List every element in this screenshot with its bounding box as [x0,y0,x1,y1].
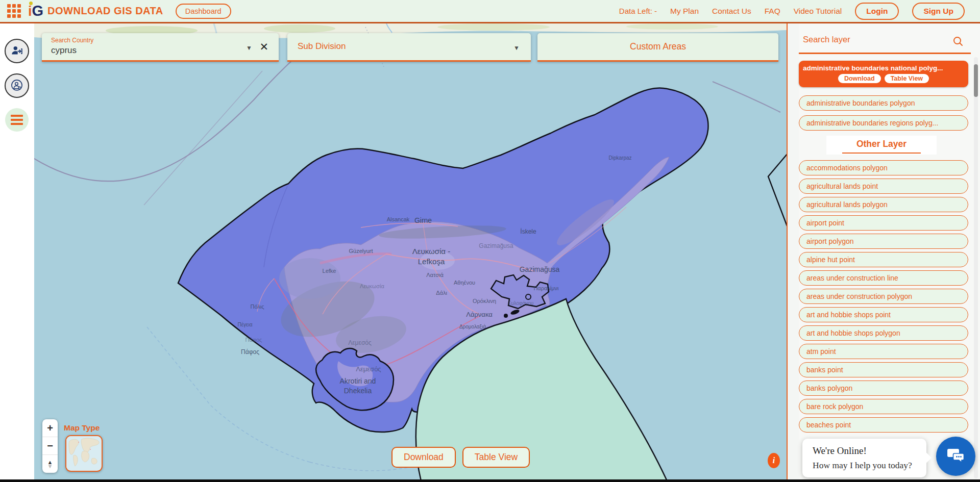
map-place-label: Dipkarpaz [608,155,631,161]
other-layer-title: Other Layer [842,139,921,154]
sub-division-caret-icon[interactable]: ▼ [513,44,520,52]
search-country-input[interactable] [51,45,219,56]
other-layers-list: accommodations polygonagricultural lands… [799,160,972,436]
map-place-label: Güzelyurt [349,248,373,254]
tilt-control-button[interactable]: ▲▼ [42,455,58,473]
layer-table-view-button[interactable]: Table View [885,74,929,83]
logo-i: i [28,4,32,19]
account-settings-button[interactable] [5,73,29,98]
header-nav: Data Left: - My Plan Contact Us FAQ Vide… [619,3,980,20]
user-login-icon [10,44,23,58]
bottom-edge-bar [0,479,980,482]
active-layer-name: administrative boundaries national polyg… [803,64,964,72]
login-user-button[interactable] [5,39,29,63]
table-view-button[interactable]: Table View [462,447,530,468]
map-place-label: Gazimağusa [520,265,560,273]
map-place-label: Πάφος [241,348,259,356]
map-place-label: Dhekelia [344,387,372,395]
layer-pill[interactable]: alpine hut point [799,252,968,267]
nav-faq[interactable]: FAQ [765,7,780,16]
map-place-label: Δρομολαξιά [459,324,486,330]
panel-scrollbar-track[interactable] [974,57,978,478]
map-place-label: Akrotiri and [340,377,376,385]
search-icon[interactable] [952,36,964,47]
menu-button[interactable] [5,108,29,132]
map-place-label: Παραλίμνι [533,285,559,291]
layer-pill[interactable]: agricultural lands polygon [799,197,968,212]
zoom-out-button[interactable]: − [42,437,58,455]
other-layer-header: Other Layer [826,136,937,155]
layer-pill[interactable]: art and hobbie shops polygon [799,325,968,341]
map-action-bar: Download Table View [391,447,530,468]
layer-pill[interactable]: administrative boundaries polygon [799,95,968,111]
layer-pill[interactable]: bare rock polygon [799,399,968,414]
map-canvas[interactable]: AlsancakGirneİskeleDipkarpazGüzelyurtΛευ… [34,23,788,482]
chat-greeting: How may I help you today? [813,460,926,471]
layer-download-button[interactable]: Download [838,74,881,83]
page: i G DOWNLOAD GIS DATA Dashboard Data Lef… [0,0,980,482]
country-dropdown-caret-icon[interactable]: ▼ [246,44,252,52]
login-button[interactable]: Login [855,3,899,20]
chat-launcher-button[interactable] [936,437,975,476]
data-left-status: Data Left: - [619,7,657,15]
nav-video-tutorial[interactable]: Video Tutorial [794,7,842,16]
map-place-label: Πάφος [246,337,262,343]
layer-pill[interactable]: administrative boundaries regions polyg.… [799,115,968,131]
layer-pill[interactable]: areas under construction line [799,270,968,286]
map-place-label: Lefkoşa [418,257,445,266]
zoom-in-button[interactable]: + [42,419,58,437]
layer-pill[interactable]: areas under construction polygon [799,289,968,304]
layer-search-box[interactable] [799,30,971,54]
layer-pill[interactable]: banks polygon [799,380,968,396]
apps-grid-icon[interactable] [7,4,21,18]
panel-scrollbar-thumb[interactable] [974,64,978,97]
sub-division-label: Sub Division [298,41,346,52]
header: i G DOWNLOAD GIS DATA Dashboard Data Lef… [0,0,980,23]
world-map-icon [66,436,101,470]
chat-popup[interactable]: We're Online! How may I help you today? [802,439,926,477]
sub-division-dropdown[interactable]: Sub Division ▼ [287,33,531,62]
map-place-label: İskele [520,228,536,235]
search-country-box[interactable]: Search Country ▼ ✕ [42,33,279,62]
map-place-label: Πόλις [250,303,264,310]
download-button[interactable]: Download [391,447,456,468]
layer-search-input[interactable] [803,35,946,44]
layer-pill[interactable]: airport polygon [799,234,968,249]
logo[interactable]: i G [28,3,43,19]
map-place-label: Λατσιά [426,272,444,278]
layer-pill[interactable]: beaches point [799,417,968,433]
active-layer-card[interactable]: administrative boundaries national polyg… [799,61,968,87]
logo-g: G [32,3,44,19]
country-clear-icon[interactable]: ✕ [259,41,268,53]
layer-pill[interactable]: accommodations polygon [799,160,968,175]
map-type-label: Map Type [64,423,100,433]
info-icon[interactable]: i [768,453,780,468]
layer-pill[interactable]: agricultural lands point [799,179,968,194]
custom-areas-tab[interactable]: Custom Areas [537,33,778,62]
layer-pill[interactable]: banks point [799,362,968,377]
user-gear-icon [9,78,24,93]
hamburger-icon [11,115,23,125]
map-place-label: Λευκωσία [360,283,384,289]
nav-contact-us[interactable]: Contact Us [712,7,751,16]
chat-bubbles-icon [946,447,966,466]
map-place-label: Λεμεσός [356,365,381,373]
nav-my-plan[interactable]: My Plan [670,7,699,16]
chat-status: We're Online! [813,445,926,456]
map-place-label: Λάρνακα [466,311,493,318]
layer-pill[interactable]: atm point [799,344,968,359]
brand-title: DOWNLOAD GIS DATA [47,5,163,17]
map-place-label: Δάλι [436,290,447,296]
layer-pill[interactable]: art and hobbie shops point [799,307,968,322]
map-place-label: Ορόκλινη [473,298,496,304]
signup-button[interactable]: Sign Up [912,3,965,20]
custom-areas-label: Custom Areas [630,41,686,52]
map-place-label: Λεμεσός [348,339,372,346]
map-place-label: Alsancak [387,216,410,222]
map-type-selector[interactable] [65,435,103,472]
map-place-label: Αθηένου [454,280,475,286]
map-zoom-controls: + − ▲▼ [42,419,58,473]
dashboard-button[interactable]: Dashboard [176,4,231,19]
layer-pill[interactable]: airport point [799,215,968,231]
layers-panel: administrative boundaries national polyg… [799,23,980,482]
